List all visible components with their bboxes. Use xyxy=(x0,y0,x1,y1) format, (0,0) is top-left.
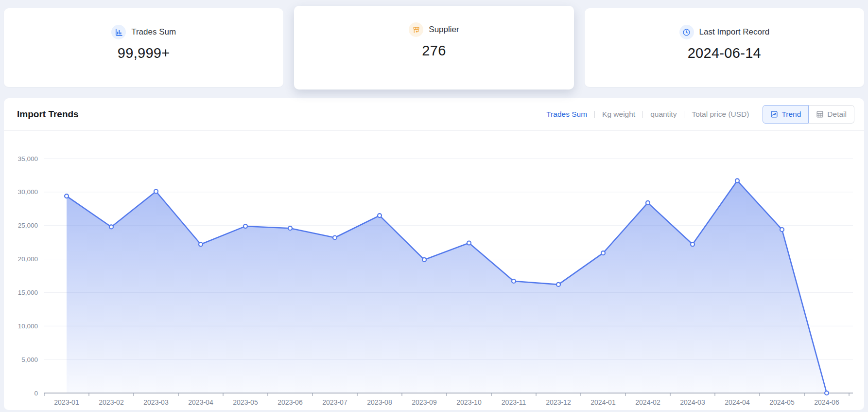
svg-text:2023-10: 2023-10 xyxy=(456,398,482,406)
trend-button-label: Trend xyxy=(781,110,801,119)
svg-text:2024-06: 2024-06 xyxy=(814,398,839,406)
svg-text:0: 0 xyxy=(34,390,38,397)
svg-text:2023-03: 2023-03 xyxy=(143,398,169,406)
detail-button-label: Detail xyxy=(827,110,847,119)
stats-row: Trades Sum 99,999+ Supplier 276 xyxy=(0,0,868,90)
trend-chart-icon xyxy=(770,110,778,118)
stat-label: Last Import Record xyxy=(699,27,770,37)
tab-separator xyxy=(684,111,684,118)
detail-view-button[interactable]: Detail xyxy=(809,105,854,124)
svg-text:2023-09: 2023-09 xyxy=(412,398,437,406)
import-trends-panel: Import Trends Trades Sum Kg weight quant… xyxy=(4,98,864,410)
tab-trades-sum[interactable]: Trades Sum xyxy=(546,110,587,119)
metric-tabs: Trades Sum Kg weight quantity Total pric… xyxy=(546,110,749,119)
svg-text:2024-02: 2024-02 xyxy=(635,398,660,406)
tab-total-price-usd[interactable]: Total price (USD) xyxy=(692,110,749,119)
import-trends-area-chart[interactable]: 05,00010,00015,00020,00025,00030,00035,0… xyxy=(4,131,864,409)
svg-text:25,000: 25,000 xyxy=(18,222,38,229)
stat-value: 276 xyxy=(422,43,446,59)
tab-separator xyxy=(594,111,595,118)
svg-text:2023-06: 2023-06 xyxy=(278,398,303,406)
bar-chart-icon xyxy=(111,25,126,39)
svg-text:2023-01: 2023-01 xyxy=(54,398,79,406)
tab-kg-weight[interactable]: Kg weight xyxy=(602,110,635,119)
svg-text:2024-01: 2024-01 xyxy=(590,398,616,406)
svg-text:35,000: 35,000 xyxy=(18,155,38,162)
shop-icon xyxy=(409,22,423,37)
trend-view-button[interactable]: Trend xyxy=(763,105,809,124)
svg-text:2024-05: 2024-05 xyxy=(769,398,795,406)
svg-text:20,000: 20,000 xyxy=(18,255,38,263)
stat-card-header: Last Import Record xyxy=(679,25,770,39)
svg-text:2023-11: 2023-11 xyxy=(502,398,526,406)
stat-label: Supplier xyxy=(429,25,459,35)
panel-title: Import Trends xyxy=(17,109,79,120)
svg-text:2023-02: 2023-02 xyxy=(99,398,124,406)
stat-card-last-import-record[interactable]: Last Import Record 2024-06-14 xyxy=(585,8,864,87)
svg-text:30,000: 30,000 xyxy=(18,188,38,196)
stat-label: Trades Sum xyxy=(131,27,176,37)
stat-card-header: Supplier xyxy=(409,22,459,37)
svg-text:2023-07: 2023-07 xyxy=(322,398,347,406)
svg-text:2024-03: 2024-03 xyxy=(680,398,705,406)
table-icon xyxy=(816,110,824,118)
stat-card-trades-sum[interactable]: Trades Sum 99,999+ xyxy=(4,8,283,87)
trends-header: Import Trends Trades Sum Kg weight quant… xyxy=(4,98,864,130)
svg-text:2023-04: 2023-04 xyxy=(188,398,213,406)
clock-icon xyxy=(679,25,694,39)
svg-text:15,000: 15,000 xyxy=(18,289,38,296)
svg-text:2023-05: 2023-05 xyxy=(233,398,258,406)
stat-card-header: Trades Sum xyxy=(111,25,176,39)
svg-text:2024-04: 2024-04 xyxy=(725,398,750,406)
stat-card-supplier[interactable]: Supplier 276 xyxy=(294,6,573,90)
view-toggle-group: Trend Detail xyxy=(763,105,854,124)
svg-text:5,000: 5,000 xyxy=(21,356,38,363)
stat-value: 2024-06-14 xyxy=(688,45,761,61)
svg-text:2023-12: 2023-12 xyxy=(546,398,571,406)
svg-text:10,000: 10,000 xyxy=(18,322,38,330)
stat-value: 99,999+ xyxy=(118,45,170,61)
svg-text:2023-08: 2023-08 xyxy=(367,398,392,406)
tab-separator xyxy=(642,111,643,118)
tab-quantity[interactable]: quantity xyxy=(650,110,677,119)
